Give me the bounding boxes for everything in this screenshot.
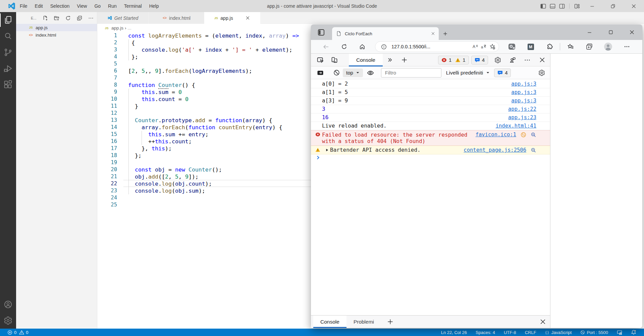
- file-item-app.js[interactable]: JSapp.js: [16, 24, 97, 31]
- activitybar-extensions[interactable]: [0, 77, 16, 93]
- toggle-panel-icon[interactable]: [548, 0, 557, 12]
- translate-icon[interactable]: a: [479, 42, 488, 51]
- more-tabs-icon[interactable]: [385, 55, 395, 65]
- search-issues-icon[interactable]: [531, 132, 536, 138]
- editor-tab-index.html[interactable]: <>index.html: [149, 12, 204, 24]
- console-settings-icon[interactable]: [537, 68, 547, 78]
- search-issues-icon[interactable]: [531, 147, 536, 153]
- source-link[interactable]: app.js:22: [508, 105, 536, 113]
- source-link[interactable]: app.js:3: [511, 89, 536, 96]
- statusbar-cursor-position[interactable]: Ln 22, Col 26: [437, 329, 471, 336]
- customize-layout-icon[interactable]: [572, 0, 582, 12]
- menu-file[interactable]: File: [16, 0, 31, 12]
- home-icon[interactable]: [357, 41, 368, 52]
- page-content[interactable]: [550, 54, 642, 328]
- collections-icon[interactable]: [584, 42, 594, 52]
- issue-counter-icon[interactable]: [521, 132, 526, 138]
- browser-maximize-icon[interactable]: [600, 26, 621, 39]
- console-result-row[interactable]: app.js:2316: [311, 113, 550, 122]
- tab-actions-icon[interactable]: [318, 29, 325, 36]
- devtools-more-icon[interactable]: [522, 55, 532, 65]
- console-log-row[interactable]: index.html:41Live reload enabled.: [311, 122, 550, 130]
- drawer-close-icon[interactable]: [540, 319, 546, 325]
- activitybar-source-control[interactable]: [0, 44, 16, 60]
- close-tab-icon[interactable]: [245, 15, 251, 21]
- breadcrumb-more[interactable]: ...: [128, 26, 131, 31]
- browser-minimize-icon[interactable]: [579, 26, 600, 39]
- console-filter-input[interactable]: [381, 68, 441, 78]
- activitybar-account[interactable]: [0, 296, 16, 313]
- javascript-context-dropdown[interactable]: top: [343, 68, 363, 77]
- statusbar-eol-sequence[interactable]: CRLF: [521, 329, 541, 336]
- url-text[interactable]: 127.0.0.1:5500/i...: [391, 44, 471, 49]
- back-icon[interactable]: [321, 41, 331, 52]
- close-window-icon[interactable]: [623, 0, 644, 12]
- add-favorite-icon[interactable]: [488, 42, 497, 51]
- read-aloud-icon[interactable]: A: [471, 42, 479, 51]
- activitybar-run-and-debug[interactable]: [0, 60, 16, 77]
- console-messages-badge[interactable]: 4: [494, 68, 511, 77]
- breadcrumb-file[interactable]: app.js: [111, 26, 123, 31]
- menu-terminal[interactable]: Terminal: [120, 0, 146, 12]
- favorites-icon[interactable]: [566, 42, 576, 52]
- refresh-page-icon[interactable]: [339, 41, 350, 52]
- toggle-secondary-sidebar-icon[interactable]: [557, 0, 567, 12]
- console-output[interactable]: app.js:3a[0] = 2app.js:3a[1] = 5app.js:3…: [311, 79, 550, 315]
- new-folder-button[interactable]: [51, 14, 62, 22]
- statusbar-indentation[interactable]: Spaces: 4: [471, 329, 499, 336]
- source-link[interactable]: app.js:23: [508, 114, 536, 121]
- log-levels-dropdown[interactable]: Livelli predefiniti: [446, 70, 490, 76]
- statusbar-live-server-port[interactable]: Port : 5500: [576, 329, 612, 336]
- statusbar-feedback[interactable]: [612, 329, 627, 336]
- editor-tab-get-started[interactable]: Get Started: [97, 12, 149, 24]
- menu-edit[interactable]: Edit: [31, 0, 47, 12]
- device-toolbar-icon[interactable]: [329, 55, 339, 65]
- activitybar-explorer[interactable]: [0, 12, 16, 28]
- devtools-feedback-icon[interactable]: [507, 55, 518, 65]
- restore-window-icon[interactable]: [602, 0, 623, 12]
- collapse-folders-button[interactable]: [74, 14, 85, 22]
- drawer-add-icon[interactable]: [387, 319, 393, 325]
- activitybar-settings[interactable]: [0, 313, 16, 329]
- browser-settings-icon[interactable]: [622, 42, 632, 52]
- extension-capture-icon[interactable]: [507, 42, 517, 52]
- source-link[interactable]: favicon.ico:1: [476, 132, 516, 138]
- console-sidebar-icon[interactable]: [315, 68, 325, 78]
- activitybar-search[interactable]: [0, 28, 16, 44]
- refresh-explorer-button[interactable]: [62, 14, 74, 22]
- address-bar[interactable]: 127.0.0.1:5500/i... A a: [375, 41, 499, 52]
- statusbar-warnings-count[interactable]: 0: [18, 329, 29, 336]
- console-log-row[interactable]: app.js:3a[1] = 5: [311, 88, 550, 97]
- browser-close-icon[interactable]: [621, 26, 642, 39]
- clear-console-icon[interactable]: [331, 68, 341, 78]
- live-expression-eye-icon[interactable]: [366, 68, 376, 78]
- drawer-tab-console[interactable]: Console: [313, 316, 346, 328]
- source-link[interactable]: app.js:3: [511, 80, 536, 88]
- close-tab-icon[interactable]: [430, 31, 436, 37]
- extension-m-icon[interactable]: M: [526, 42, 536, 52]
- menu-go[interactable]: Go: [91, 0, 104, 12]
- menu-help[interactable]: Help: [146, 0, 163, 12]
- inspect-element-icon[interactable]: [315, 55, 325, 65]
- new-file-button[interactable]: [40, 14, 51, 22]
- source-link[interactable]: index.html:41: [496, 122, 536, 130]
- console-result-row[interactable]: app.js:223: [311, 105, 550, 113]
- add-panel-icon[interactable]: [399, 55, 410, 65]
- console-log-row[interactable]: app.js:3a[3] = 9: [311, 97, 550, 105]
- menu-run[interactable]: Run: [104, 0, 120, 12]
- browser-tab[interactable]: Ciclo ForEach: [332, 27, 439, 40]
- menu-selection[interactable]: Selection: [47, 0, 73, 12]
- messages-badge[interactable]: 4: [471, 56, 488, 64]
- source-link[interactable]: app.js:3: [511, 97, 536, 104]
- statusbar-errors-count[interactable]: 0: [7, 329, 17, 336]
- profile-avatar[interactable]: [603, 42, 613, 52]
- console-error-row[interactable]: favicon.ico:1Failed to load resource: th…: [311, 130, 550, 146]
- file-item-index.html[interactable]: <>index.html: [16, 31, 97, 39]
- minimize-window-icon[interactable]: [582, 0, 602, 12]
- statusbar-encoding[interactable]: UTF-8: [499, 329, 521, 336]
- drawer-tab-problemi[interactable]: Problemi: [346, 316, 381, 328]
- console-prompt[interactable]: [311, 154, 550, 162]
- editor-tab-app.js[interactable]: JSapp.js: [204, 12, 261, 24]
- statusbar-notifications[interactable]: [627, 329, 641, 336]
- statusbar-language-mode[interactable]: { }JavaScript: [541, 329, 576, 336]
